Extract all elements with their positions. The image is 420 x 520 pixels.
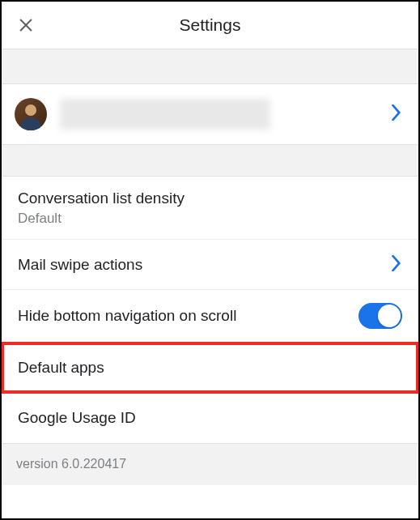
default-apps-row[interactable]: Default apps xyxy=(2,343,418,393)
close-icon xyxy=(17,16,35,34)
section-gap xyxy=(2,49,418,84)
chevron-right-icon xyxy=(391,255,402,275)
account-name-redacted xyxy=(60,99,270,130)
close-button[interactable] xyxy=(15,14,37,36)
version-text: version 6.0.220417 xyxy=(16,457,126,471)
mail-swipe-label: Mail swipe actions xyxy=(18,256,142,274)
mail-swipe-row[interactable]: Mail swipe actions xyxy=(2,240,418,290)
hide-nav-row: Hide bottom navigation on scroll xyxy=(2,290,418,343)
usage-id-row[interactable]: Google Usage ID xyxy=(2,393,418,443)
account-row[interactable] xyxy=(2,84,418,144)
toggle-thumb xyxy=(378,305,401,327)
usage-id-label: Google Usage ID xyxy=(18,409,136,427)
page-title: Settings xyxy=(180,15,241,35)
conversation-density-value: Default xyxy=(18,211,185,227)
hide-nav-label: Hide bottom navigation on scroll xyxy=(18,307,236,325)
conversation-density-label: Conversation list density xyxy=(18,190,185,207)
section-gap xyxy=(2,144,418,177)
default-apps-label: Default apps xyxy=(18,359,104,377)
version-footer: version 6.0.220417 xyxy=(2,443,418,485)
hide-nav-toggle[interactable] xyxy=(358,303,402,329)
header: Settings xyxy=(2,2,418,49)
conversation-density-row[interactable]: Conversation list density Default xyxy=(2,177,418,240)
chevron-right-icon xyxy=(391,104,402,124)
avatar xyxy=(15,98,47,130)
